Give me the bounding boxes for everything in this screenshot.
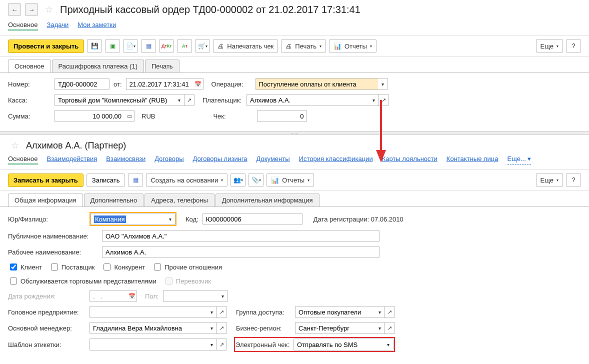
client-checkbox[interactable]: Клиент — [8, 262, 42, 272]
ptab-addresses[interactable]: Адреса, телефоны — [144, 194, 214, 206]
echeck-label: Электронный чек: — [236, 341, 290, 348]
entity-input[interactable]: Компания — [90, 213, 166, 225]
main-manager-open-icon[interactable]: ↗ — [217, 322, 227, 334]
code-label: Код: — [186, 216, 198, 223]
access-group-dropdown-icon[interactable]: ▾ — [375, 306, 385, 318]
operation-input[interactable] — [256, 78, 378, 90]
doc-tab-payment[interactable]: Расшифровка платежа (1) — [52, 60, 144, 72]
post-icon[interactable]: ▣ — [105, 39, 120, 53]
main-manager-dropdown-icon[interactable]: ▾ — [207, 322, 217, 334]
doc-tab-print[interactable]: Печать — [145, 60, 180, 72]
code-input[interactable] — [202, 213, 302, 225]
ptab-main[interactable]: Основное — [8, 155, 38, 164]
tab-notes[interactable]: Мои заметки — [78, 21, 116, 30]
birth-input[interactable] — [90, 290, 127, 302]
echeck-dropdown-icon[interactable]: ▾ — [384, 338, 394, 350]
ptab-additional[interactable]: Дополнительно — [84, 194, 144, 206]
print-dropdown[interactable]: 🖨 Печать ▾ — [281, 39, 326, 53]
cashdesk-dropdown-icon[interactable]: ▾ — [174, 94, 184, 106]
payer-open-icon[interactable]: ↗ — [379, 94, 389, 106]
ptab-contracts[interactable]: Договоры — [154, 155, 184, 164]
label-template-dropdown-icon[interactable]: ▾ — [207, 338, 217, 350]
print-receipt-button[interactable]: 🖨 Напечатать чек — [213, 39, 278, 53]
payer-input[interactable] — [246, 94, 369, 106]
ptab-more[interactable]: Еще... ▾ — [508, 155, 532, 164]
tab-tasks[interactable]: Задачи — [47, 21, 69, 30]
more-button[interactable]: Еще ▾ — [536, 39, 563, 53]
business-region-open-icon[interactable]: ↗ — [385, 322, 395, 334]
attach-icon[interactable]: 📎▾ — [248, 173, 264, 187]
partner-help-button[interactable]: ? — [566, 173, 581, 187]
operation-dropdown-icon[interactable]: ▾ — [378, 78, 388, 90]
access-group-input[interactable] — [295, 306, 375, 318]
public-name-input[interactable] — [102, 230, 380, 242]
other-rel-checkbox[interactable]: Прочие отношения — [152, 262, 222, 272]
carrier-checkbox: Перевозчик — [164, 276, 211, 286]
echeck-input[interactable] — [294, 338, 384, 350]
post-and-close-button[interactable]: Провести и закрыть — [8, 40, 84, 53]
save-icon[interactable]: 💾 — [87, 39, 102, 53]
list-icon[interactable]: ▦ — [128, 173, 143, 187]
main-manager-input[interactable] — [90, 322, 207, 334]
nav-back-button[interactable]: ← — [8, 3, 21, 16]
number-input[interactable] — [54, 78, 110, 90]
partner-star-icon[interactable]: ☆ — [11, 140, 19, 151]
entity-dropdown-icon[interactable]: ▾ — [166, 213, 176, 225]
doc-tab-main[interactable]: Основное — [8, 60, 51, 72]
tab-main[interactable]: Основное — [8, 21, 38, 30]
payer-dropdown-icon[interactable]: ▾ — [369, 94, 379, 106]
dt-icon[interactable]: ДтКт — [159, 39, 174, 53]
ptab-leasing[interactable]: Договоры лизинга — [193, 155, 248, 164]
calc-icon[interactable]: ▭ — [124, 110, 134, 122]
ptab-class-history[interactable]: История классификации — [299, 155, 373, 164]
gender-input[interactable] — [163, 290, 218, 302]
head-company-dropdown-icon[interactable]: ▾ — [207, 306, 217, 318]
cart-icon[interactable]: 🛒▾ — [195, 39, 210, 53]
sales-reps-checkbox[interactable]: Обслуживается торговыми представителями — [8, 276, 156, 286]
nav-forward-button[interactable]: → — [25, 3, 38, 16]
create-from-dropdown[interactable]: Создать на основании ▾ — [146, 173, 228, 187]
business-region-input[interactable] — [295, 322, 375, 334]
business-region-dropdown-icon[interactable]: ▾ — [375, 322, 385, 334]
reports-dropdown[interactable]: 📊 Отчеты ▾ — [329, 39, 376, 53]
ptab-relations[interactable]: Взаимосвязи — [106, 155, 146, 164]
calendar-icon[interactable]: 📅 — [194, 78, 204, 90]
work-name-input[interactable] — [102, 246, 380, 258]
birth-calendar-icon[interactable]: 📅 — [127, 290, 137, 302]
save-button[interactable]: Записать — [86, 174, 126, 187]
ptab-loyalty[interactable]: Карты лояльности — [382, 155, 438, 164]
export-icon[interactable]: 📄▾ — [123, 39, 138, 53]
cashdesk-input[interactable] — [54, 94, 174, 106]
ptab-interactions[interactable]: Взаимодействия — [47, 155, 98, 164]
head-company-label: Головное предприятие: — [8, 308, 86, 316]
date-input[interactable] — [126, 78, 194, 90]
cashdesk-label: Касса: — [8, 96, 50, 104]
regdate-label: Дата регистрации: 07.06.2010 — [314, 216, 404, 223]
partner-more-button[interactable]: Еще ▾ — [536, 173, 563, 187]
head-company-input[interactable] — [90, 306, 207, 318]
help-button[interactable]: ? — [566, 39, 581, 53]
ptab-extra[interactable]: Дополнительная информация — [216, 194, 320, 206]
competitor-checkbox[interactable]: Конкурент — [102, 262, 145, 272]
save-close-button[interactable]: Записать и закрыть — [8, 174, 84, 187]
gender-dropdown-icon[interactable]: ▾ — [218, 290, 228, 302]
cashdesk-open-icon[interactable]: ↗ — [184, 94, 194, 106]
label-template-label: Шаблон этикетки: — [8, 341, 86, 348]
favorite-star-icon[interactable]: ☆ — [45, 4, 53, 15]
doc-icon[interactable]: ▦ — [141, 39, 156, 53]
partner-reports-dropdown[interactable]: 📊 Отчеты ▾ — [266, 173, 314, 187]
ptab-general[interactable]: Общая информация — [8, 194, 83, 206]
birth-label: Дата рождения: — [8, 292, 86, 300]
head-company-open-icon[interactable]: ↗ — [217, 306, 227, 318]
access-group-open-icon[interactable]: ↗ — [385, 306, 395, 318]
label-template-input[interactable] — [90, 338, 207, 350]
check-input[interactable] — [257, 110, 307, 122]
at-icon[interactable]: Ат — [177, 39, 192, 53]
ptab-contacts[interactable]: Контактные лица — [446, 155, 498, 164]
pane-divider[interactable]: ⋯⋯ — [0, 131, 589, 135]
group-icon[interactable]: 👥▾ — [230, 173, 246, 187]
ptab-documents[interactable]: Документы — [256, 155, 290, 164]
sum-input[interactable] — [54, 110, 124, 122]
label-template-open-icon[interactable]: ↗ — [217, 338, 227, 350]
supplier-checkbox[interactable]: Поставщик — [49, 262, 95, 272]
